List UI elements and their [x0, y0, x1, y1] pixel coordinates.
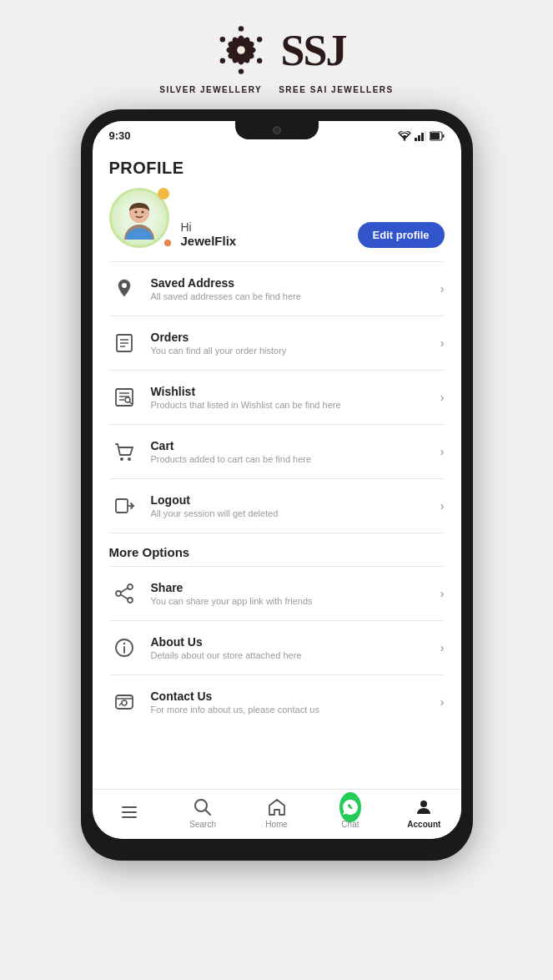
- wishlist-icon: [113, 386, 135, 408]
- orders-subtitle: You can find all your order history: [151, 346, 440, 356]
- edit-profile-button[interactable]: Edit profile: [358, 222, 445, 248]
- page-title: PROFILE: [93, 145, 461, 188]
- profile-section: Hi JewelFlix Edit profile: [93, 188, 461, 261]
- nav-item-account[interactable]: Account: [387, 796, 460, 829]
- svg-point-41: [128, 584, 133, 589]
- nav-item-drawer[interactable]: [93, 801, 166, 825]
- saved-address-icon-wrap: [109, 274, 139, 304]
- svg-point-43: [128, 598, 133, 603]
- home-icon: [267, 797, 287, 817]
- signal-icon: [415, 131, 426, 141]
- menu-item-about[interactable]: About Us Details about our store attache…: [93, 621, 461, 674]
- about-title: About Us: [151, 635, 440, 649]
- contact-arrow: ›: [440, 695, 445, 709]
- svg-rect-20: [430, 133, 440, 139]
- svg-point-8: [238, 26, 243, 31]
- cart-subtitle: Products added to cart can be find here: [151, 454, 440, 464]
- svg-point-13: [219, 37, 224, 42]
- brand-subtitle-row: SILVER JEWELLERY SREE SAI JEWELLERS: [159, 85, 393, 94]
- phone-notch: [235, 121, 319, 139]
- svg-point-50: [122, 700, 127, 705]
- profile-greeting: Hi: [181, 220, 237, 234]
- nav-item-search[interactable]: Search: [166, 796, 239, 829]
- menu-item-wishlist[interactable]: Wishlist Products that listed in Wishlis…: [93, 371, 461, 424]
- status-icons: [398, 131, 445, 141]
- share-arrow: ›: [440, 587, 445, 600]
- nav-label-home: Home: [265, 820, 288, 829]
- svg-rect-17: [421, 133, 424, 141]
- battery-icon: [430, 131, 445, 141]
- cart-arrow: ›: [440, 445, 445, 458]
- status-bar: 9:30: [93, 121, 461, 145]
- about-text: About Us Details about our store attache…: [151, 635, 440, 660]
- wishlist-arrow: ›: [440, 391, 445, 404]
- location-pin-icon: [113, 278, 135, 300]
- svg-point-54: [420, 801, 427, 807]
- menu-item-orders[interactable]: Orders You can find all your order histo…: [93, 316, 461, 370]
- svg-point-9: [257, 37, 262, 42]
- phone-screen: 9:30: [93, 121, 461, 839]
- wishlist-icon-wrap: [109, 382, 139, 412]
- svg-rect-15: [415, 138, 417, 141]
- phone-frame: 9:30: [81, 109, 473, 861]
- share-icon: [113, 583, 135, 604]
- svg-point-38: [128, 457, 131, 461]
- contact-icon-wrap: [109, 687, 139, 717]
- app-content: PROFILE: [93, 145, 461, 839]
- profile-name: JewelFlix: [181, 234, 237, 248]
- brand-header: SSJ SILVER JEWELLERY SREE SAI JEWELLERS: [159, 17, 393, 94]
- menu-item-saved-address[interactable]: Saved Address All saved addresses can be…: [93, 262, 461, 316]
- whatsapp-circle: [339, 792, 361, 822]
- share-title: Share: [151, 581, 440, 594]
- brand-sub1: SILVER JEWELLERY: [159, 85, 262, 94]
- svg-point-24: [134, 211, 137, 214]
- search-nav-icon: [192, 796, 214, 818]
- nav-label-search: Search: [189, 820, 216, 829]
- avatar-wrapper: [109, 188, 169, 248]
- bottom-nav: Search Home: [93, 789, 461, 839]
- svg-line-53: [206, 811, 211, 816]
- nav-label-account: Account: [407, 820, 440, 829]
- wifi-icon: [398, 131, 411, 141]
- wishlist-subtitle: Products that listed in Wishlist can be …: [151, 400, 440, 410]
- about-subtitle: Details about our store attached here: [151, 650, 440, 660]
- svg-point-11: [238, 68, 243, 73]
- menu-item-logout[interactable]: Logout All your session will get deleted…: [93, 479, 461, 533]
- menu-item-contact[interactable]: Contact Us For more info about us, pleas…: [93, 675, 461, 729]
- more-options-title: More Options: [93, 533, 461, 566]
- svg-point-10: [257, 58, 262, 63]
- logout-title: Logout: [151, 493, 440, 507]
- share-icon-wrap: [109, 578, 139, 609]
- saved-address-subtitle: All saved addresses can be find here: [151, 291, 440, 301]
- about-icon-wrap: [109, 633, 139, 663]
- logout-subtitle: All your session will get deleted: [151, 508, 440, 518]
- account-icon: [414, 797, 434, 817]
- brand-logo-row: SSJ: [208, 17, 346, 83]
- orders-title: Orders: [151, 331, 440, 344]
- svg-rect-21: [442, 134, 444, 138]
- nav-label-chat: Chat: [341, 820, 359, 829]
- menu-item-cart[interactable]: Cart Products added to cart can be find …: [93, 425, 461, 478]
- phone-camera: [273, 126, 281, 134]
- svg-line-36: [129, 402, 132, 404]
- svg-point-12: [219, 58, 224, 63]
- nav-item-chat[interactable]: Chat: [314, 796, 387, 829]
- nav-item-home[interactable]: Home: [239, 796, 313, 829]
- account-nav-icon: [413, 796, 435, 818]
- about-arrow: ›: [440, 641, 445, 654]
- svg-line-45: [121, 595, 128, 599]
- orders-arrow: ›: [440, 336, 445, 350]
- contact-title: Contact Us: [151, 690, 440, 703]
- home-nav-icon: [266, 796, 288, 818]
- cart-title: Cart: [151, 439, 440, 452]
- drawer-icon: [118, 801, 140, 823]
- share-subtitle: You can share your app link with friends: [151, 596, 440, 606]
- avatar-dot-small: [164, 240, 171, 246]
- svg-point-7: [237, 46, 245, 54]
- search-icon: [193, 797, 213, 817]
- logout-arrow: ›: [440, 499, 445, 513]
- saved-address-arrow: ›: [440, 282, 445, 296]
- menu-item-share[interactable]: Share You can share your app link with f…: [93, 567, 461, 620]
- contact-text: Contact Us For more info about us, pleas…: [151, 690, 440, 715]
- brand-ssj-text: SSJ: [281, 26, 346, 75]
